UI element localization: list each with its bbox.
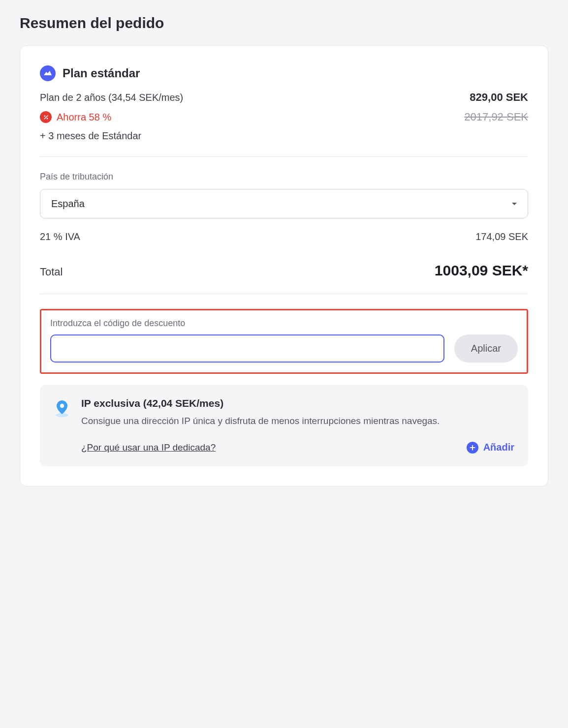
svg-point-4 <box>60 404 64 408</box>
country-select-wrap: España <box>40 189 528 218</box>
page-title: Resumen del pedido <box>20 15 548 31</box>
country-select[interactable]: España <box>40 189 528 218</box>
add-addon-button[interactable]: Añadir <box>467 442 514 454</box>
total-amount: 1003,09 SEK* <box>435 262 528 279</box>
tax-country-label: País de tributación <box>40 172 528 182</box>
plan-icon <box>40 65 56 81</box>
vat-amount: 174,09 SEK <box>475 231 528 243</box>
plan-price: 829,00 SEK <box>470 91 528 104</box>
plan-header: Plan estándar <box>40 65 528 81</box>
apply-button[interactable]: Aplicar <box>454 334 518 363</box>
original-price: 2017,92 SEK <box>464 111 528 123</box>
vat-label: 21 % IVA <box>40 231 80 243</box>
addon-title: IP exclusiva (42,04 SEK/mes) <box>81 397 514 409</box>
plus-icon <box>467 442 478 454</box>
location-pin-icon <box>54 397 71 454</box>
plan-name: Plan estándar <box>63 66 140 80</box>
coupon-input[interactable] <box>50 334 444 363</box>
vat-row: 21 % IVA 174,09 SEK <box>40 231 528 243</box>
coupon-section: Introduzca el código de descuento Aplica… <box>40 309 528 374</box>
addon-description: Consigue una dirección IP única y disfru… <box>81 414 514 428</box>
plan-price-row: Plan de 2 años (34,54 SEK/mes) 829,00 SE… <box>40 91 528 104</box>
divider <box>40 294 528 294</box>
addon-box: IP exclusiva (42,04 SEK/mes) Consigue un… <box>40 385 528 466</box>
total-row: Total 1003,09 SEK* <box>40 262 528 279</box>
divider <box>40 156 528 157</box>
plan-description: Plan de 2 años (34,54 SEK/mes) <box>40 92 183 103</box>
total-label: Total <box>40 266 63 278</box>
bonus-text: + 3 meses de Estándar <box>40 130 528 142</box>
addon-info-link[interactable]: ¿Por qué usar una IP dedicada? <box>81 442 216 453</box>
coupon-label: Introduzca el código de descuento <box>50 318 518 329</box>
svg-point-2 <box>46 118 48 119</box>
savings-row: Ahorra 58 % 2017,92 SEK <box>40 111 528 123</box>
order-summary-card: Plan estándar Plan de 2 años (34,54 SEK/… <box>20 45 548 486</box>
svg-point-1 <box>44 115 45 117</box>
percent-icon <box>40 111 52 123</box>
add-label: Añadir <box>483 442 514 453</box>
savings-label: Ahorra 58 % <box>57 112 111 123</box>
